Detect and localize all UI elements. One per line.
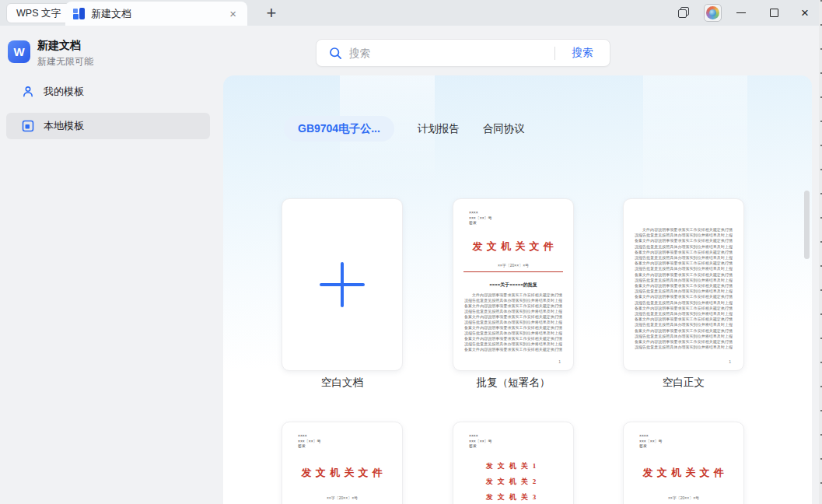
sidebar-item-label: 我的模板 <box>44 85 84 99</box>
preview-joint-title: 发文机关1 发文机关2 发文机关3 <box>453 458 573 504</box>
preview-page-number: 1 <box>558 359 561 364</box>
sidebar-title: 新建文档 <box>37 39 81 53</box>
category-tab-gb9704[interactable]: GB9704电子公... <box>284 116 394 142</box>
maximize-button[interactable] <box>762 0 785 26</box>
template-card-joint-doc[interactable]: ×××× ×××〔××〕号 签发 发文机关1 发文机关2 发文机关3 <box>453 422 574 504</box>
titlebar: WPS 文字 新建文档 × + × <box>0 0 822 26</box>
template-card-blank-body[interactable]: 文件内容说明事项要求落实工作安排相关规定执行情况报告批复意见按照具体办理落实到位… <box>623 198 744 371</box>
search-button[interactable]: 搜索 <box>555 46 610 60</box>
user-icon <box>22 86 34 98</box>
apps-center-icon[interactable] <box>704 4 722 22</box>
close-window-button[interactable]: × <box>793 0 817 26</box>
close-tab-icon[interactable]: × <box>226 6 240 21</box>
template-card-blank-document[interactable] <box>282 198 403 371</box>
apps-ring-icon <box>706 6 719 19</box>
sidebar-item-label: 本地模板 <box>44 119 84 133</box>
document-tab[interactable]: 新建文档 × <box>65 2 247 26</box>
template-icon <box>22 120 34 132</box>
preview-issue-line: ××字〔20××〕×号 <box>624 495 743 500</box>
preview-page-number: 1 <box>729 359 731 364</box>
preview-red-rule <box>463 271 563 272</box>
preview-body-text: 文件内容说明事项要求落实工作安排相关规定执行情况报告批复意见按照具体办理落实到位… <box>464 292 562 352</box>
preview-red-title: 发 文 机 关 文 件 <box>453 240 573 254</box>
template-panel: GB9704电子公... 计划报告 合同协议 ×××× ×××〔××〕号 签发 … <box>223 75 812 504</box>
plus-icon <box>320 262 365 307</box>
document-tab-label: 新建文档 <box>91 7 131 21</box>
template-name: 空白文档 <box>282 376 403 390</box>
preview-meta: ×××× ×××〔××〕号 签发 <box>298 433 321 449</box>
minimize-icon <box>736 12 746 13</box>
screen-edge-artifact <box>819 0 822 504</box>
preview-body-text: 文件内容说明事项要求落实工作安排相关规定执行情况报告批复意见按照具体办理落实到位… <box>635 227 733 350</box>
search-bar[interactable]: 搜索 <box>316 39 610 67</box>
preview-red-title: 发 文 机 关 文 件 <box>624 466 743 480</box>
search-icon <box>329 47 342 60</box>
maximize-icon <box>770 9 778 17</box>
preview-red-title: 发 文 机 关 文 件 <box>282 466 402 480</box>
template-card-official-doc[interactable]: ×××× ×××〔××〕号 签发 发 文 机 关 文 件 ××字〔20××〕×号 <box>623 422 744 504</box>
preview-heading: ××××关于×××××的批复 <box>453 282 573 289</box>
template-card-official-doc[interactable]: ×××× ×××〔××〕号 签发 发 文 机 关 文 件 ××字〔20××〕×号 <box>282 422 403 504</box>
preview-meta: ×××× ×××〔××〕号 签发 <box>469 210 492 226</box>
template-name: 批复（短署名） <box>453 376 574 390</box>
sidebar-item-local-templates[interactable]: 本地模板 <box>6 113 210 139</box>
template-name: 空白正文 <box>623 376 744 390</box>
wps-home-tab[interactable]: WPS 文字 <box>6 3 71 23</box>
new-tab-button[interactable]: + <box>260 2 283 25</box>
preview-meta: ×××× ×××〔××〕号 签发 <box>469 433 492 449</box>
minimize-button[interactable] <box>729 0 753 26</box>
wps-writer-logo: W <box>8 40 30 63</box>
document-icon <box>73 8 85 19</box>
template-card-approval-reply[interactable]: ×××× ×××〔××〕号 签发 发 文 机 关 文 件 ××字〔20××〕×号… <box>453 198 574 371</box>
category-tabs: GB9704电子公... 计划报告 合同协议 <box>284 116 525 142</box>
tab-list-icon[interactable] <box>678 7 690 19</box>
preview-issue-line: ××字〔20××〕×号 <box>282 495 402 500</box>
search-input[interactable] <box>349 47 554 59</box>
category-tab-contract[interactable]: 合同协议 <box>483 122 525 136</box>
globe-icon <box>709 9 716 16</box>
sidebar-subtitle: 新建无限可能 <box>37 55 93 68</box>
category-tab-plan-report[interactable]: 计划报告 <box>418 122 460 136</box>
scrollbar-thumb[interactable] <box>804 191 810 259</box>
preview-issue-line: ××字〔20××〕×号 <box>453 263 573 268</box>
wps-home-tab-label: WPS 文字 <box>16 7 61 20</box>
preview-meta: ×××× ×××〔××〕号 签发 <box>639 433 663 449</box>
sidebar-item-my-templates[interactable]: 我的模板 <box>6 79 210 105</box>
